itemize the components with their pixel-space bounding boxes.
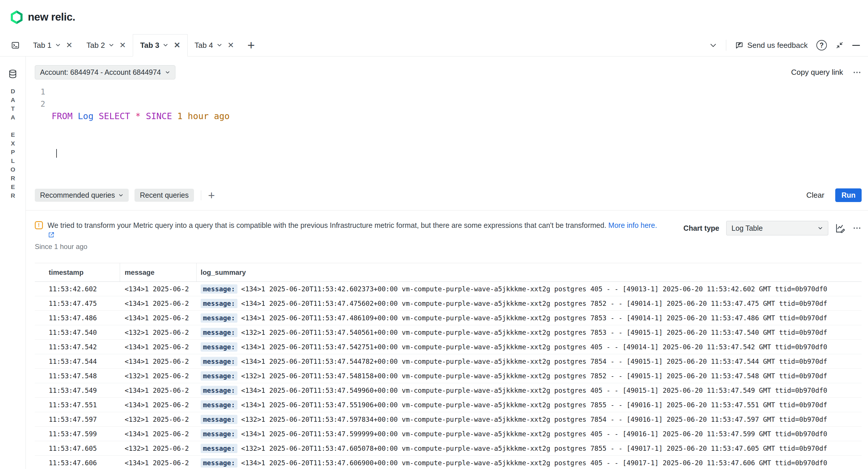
cell-timestamp: 11:53:47.540 <box>35 329 120 336</box>
account-selector[interactable]: Account: 6844974 - Account 6844974 <box>35 65 176 80</box>
table-row[interactable]: 11:53:47.551<134>1 2025-06-2message:<134… <box>35 398 862 412</box>
cell-timestamp: 11:53:47.606 <box>35 459 120 467</box>
run-button[interactable]: Run <box>835 188 862 202</box>
chart-more-options-button[interactable] <box>852 223 862 233</box>
chart-edit-icon <box>835 223 845 233</box>
column-header-log-summary[interactable]: log_summary <box>196 263 862 281</box>
summary-text: <134>1 2025-06-20T11:53:47.486109+00:00 … <box>241 314 862 322</box>
more-horizontal-icon <box>852 68 862 77</box>
summary-text: <134>1 2025-06-20T11:53:47.549960+00:00 … <box>241 387 862 394</box>
tab-2[interactable]: Tab 2✕ <box>80 34 133 56</box>
table-row[interactable]: 11:53:47.542<134>1 2025-06-2message:<134… <box>35 340 862 354</box>
query-console-icon[interactable] <box>9 38 22 52</box>
column-header-message[interactable]: message <box>120 263 196 281</box>
cell-message: <134>1 2025-06-2 <box>120 314 196 322</box>
table-row[interactable]: 11:53:47.605<132>1 2025-06-2message:<132… <box>35 441 862 456</box>
table-row[interactable]: 11:53:42.602<134>1 2025-06-2message:<134… <box>35 282 862 296</box>
summary-key-chip: message: <box>200 458 238 468</box>
query-pane: Account: 6844974 - Account 6844974 Copy … <box>26 57 868 210</box>
query-code-line: FROM Log SELECT * SINCE 1 hour ago <box>52 110 229 122</box>
tab-1[interactable]: Tab 1✕ <box>26 34 80 56</box>
collapse-window-icon[interactable] <box>836 41 844 49</box>
cell-message: <134>1 2025-06-2 <box>120 358 196 365</box>
copy-query-link[interactable]: Copy query link <box>791 68 843 77</box>
query-token: SINCE <box>146 111 172 121</box>
warning-block: ! We tried to transform your Metric quer… <box>35 220 683 251</box>
close-tab-icon[interactable]: ✕ <box>227 41 234 49</box>
external-link-icon <box>48 231 55 239</box>
recommended-queries-label: Recommended queries <box>40 191 115 199</box>
summary-key-chip: message: <box>200 386 238 395</box>
cell-timestamp: 11:53:47.548 <box>35 372 120 380</box>
cell-log-summary: message:<134>1 2025-06-20T11:53:47.48610… <box>196 313 862 323</box>
table-row[interactable]: 11:53:47.549<134>1 2025-06-2message:<134… <box>35 383 862 398</box>
recent-queries-button[interactable]: Recent queries <box>134 189 194 202</box>
summary-key-chip: message: <box>200 429 238 439</box>
column-header-timestamp[interactable]: timestamp <box>35 263 120 281</box>
help-button[interactable]: ? <box>816 40 827 51</box>
cell-timestamp: 11:53:47.544 <box>35 358 120 365</box>
recommended-queries-button[interactable]: Recommended queries <box>35 189 129 202</box>
tab-label: Tab 1 <box>33 41 52 50</box>
close-tab-icon[interactable]: ✕ <box>66 41 73 49</box>
query-token: 1 hour ago <box>178 111 230 121</box>
rail-label: DATA EXPLORER <box>9 88 16 201</box>
tab-3[interactable]: Tab 3✕ <box>133 34 188 57</box>
account-selector-label: Account: 6844974 - Account 6844974 <box>40 68 161 76</box>
table-row[interactable]: 11:53:47.548<132>1 2025-06-2message:<132… <box>35 369 862 383</box>
more-options-button[interactable] <box>852 68 862 77</box>
database-icon[interactable] <box>8 69 18 79</box>
tab-4[interactable]: Tab 4✕ <box>188 34 241 56</box>
help-glyph: ? <box>819 41 824 49</box>
send-feedback-button[interactable]: Send us feedback <box>735 41 808 50</box>
divider <box>726 40 726 51</box>
summary-key-chip: message: <box>200 400 238 410</box>
chevron-down-icon[interactable] <box>163 42 168 48</box>
table-row[interactable]: 11:53:47.540<132>1 2025-06-2message:<132… <box>35 325 862 340</box>
add-query-button[interactable]: + <box>208 190 215 201</box>
table-row[interactable]: 11:53:47.599<134>1 2025-06-2message:<134… <box>35 427 862 441</box>
chevron-down-icon[interactable] <box>217 42 222 48</box>
cell-timestamp: 11:53:47.605 <box>35 445 120 452</box>
table-row[interactable]: 11:53:47.606<134>1 2025-06-2message:<134… <box>35 456 862 469</box>
tab-label: Tab 2 <box>86 41 105 50</box>
table-row[interactable]: 11:53:47.597<132>1 2025-06-2message:<132… <box>35 412 862 427</box>
minimize-icon[interactable] <box>852 45 860 46</box>
cell-message: <134>1 2025-06-2 <box>120 285 196 293</box>
clear-button[interactable]: Clear <box>806 191 824 200</box>
table-row[interactable]: 11:53:47.486<134>1 2025-06-2message:<134… <box>35 311 862 325</box>
chevron-down-icon[interactable] <box>55 42 61 48</box>
tab-strip: Tab 1✕Tab 2✕Tab 3✕Tab 4✕ <box>26 34 241 56</box>
since-label: Since 1 hour ago <box>35 243 672 251</box>
cell-timestamp: 11:53:47.551 <box>35 401 120 409</box>
summary-key-chip: message: <box>200 299 238 308</box>
external-link-line[interactable] <box>48 231 672 239</box>
edit-chart-button[interactable] <box>835 223 845 233</box>
editor-code[interactable]: FROM Log SELECT * SINCE 1 hour ago <box>52 86 229 183</box>
query-actions-row: Recommended queries Recent queries + Cle… <box>35 183 862 210</box>
new-relic-logo: new relic. <box>10 10 75 24</box>
chevron-down-icon[interactable] <box>108 42 114 48</box>
query-token: Log <box>78 111 93 121</box>
cell-message: <134>1 2025-06-2 <box>120 343 196 351</box>
summary-text: <134>1 2025-06-20T11:53:47.542751+00:00 … <box>241 343 862 351</box>
cell-message: <134>1 2025-06-2 <box>120 300 196 307</box>
chevron-down-icon <box>118 193 124 198</box>
table-row[interactable]: 11:53:47.475<134>1 2025-06-2message:<134… <box>35 296 862 311</box>
close-tab-icon[interactable]: ✕ <box>119 41 126 49</box>
nrql-editor[interactable]: 1 2 FROM Log SELECT * SINCE 1 hour ago <box>35 86 862 183</box>
cell-log-summary: message:<134>1 2025-06-20T11:53:47.54275… <box>196 342 862 352</box>
table-row[interactable]: 11:53:47.544<134>1 2025-06-2message:<134… <box>35 354 862 369</box>
cell-log-summary: message:<134>1 2025-06-20T11:53:47.60690… <box>196 458 862 468</box>
tab-overflow-chevron-icon[interactable] <box>709 41 717 49</box>
query-header-right: Copy query link <box>791 68 862 77</box>
more-info-link[interactable]: More info here. <box>608 221 657 229</box>
close-tab-icon[interactable]: ✕ <box>174 41 180 49</box>
cell-message: <132>1 2025-06-2 <box>120 329 196 336</box>
query-token: * <box>135 111 141 121</box>
cell-log-summary: message:<134>1 2025-06-20T11:53:47.54996… <box>196 386 862 395</box>
cell-timestamp: 11:53:47.475 <box>35 300 120 307</box>
more-horizontal-icon <box>852 223 862 233</box>
new-tab-button[interactable]: + <box>241 39 261 52</box>
chart-type-select[interactable]: Log Table <box>726 221 828 236</box>
